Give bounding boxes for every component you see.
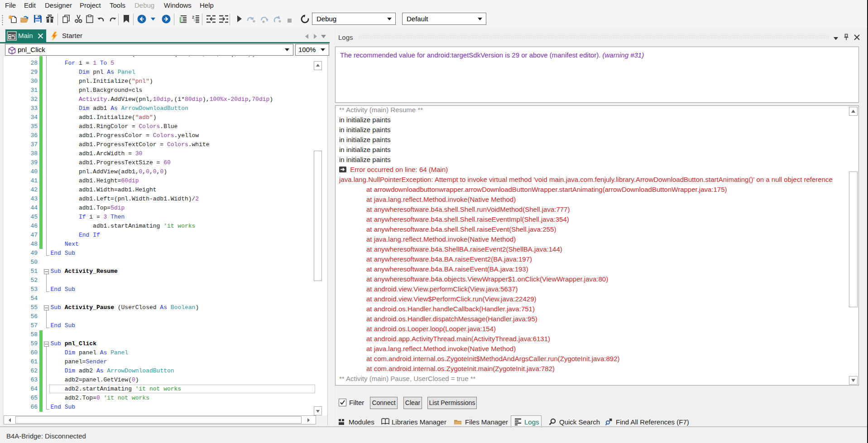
- svg-text:2: 2: [192, 15, 194, 19]
